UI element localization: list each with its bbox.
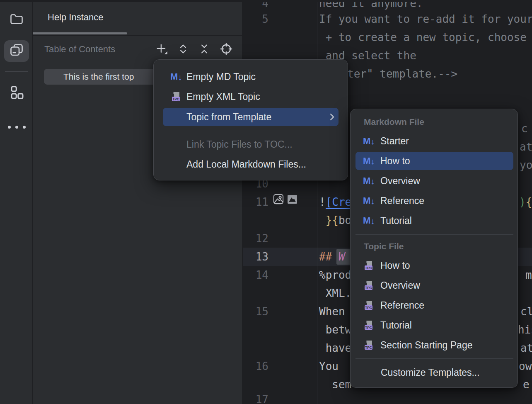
menu-item-empty-md-topic[interactable]: M↓ Empty MD Topic: [154, 68, 348, 86]
topic-from-template-submenu: Markdown File M↓ Starter M↓ How to M↓ Ov…: [350, 109, 518, 388]
line-number: 15: [243, 302, 268, 321]
line-number-active: 13: [243, 248, 268, 266]
submenu-item-md-starter[interactable]: M↓ Starter: [351, 132, 517, 150]
collapse-all-icon: [198, 43, 210, 56]
svg-text:TPC: TPC: [365, 306, 372, 310]
submenu-item-tpc-section-starting-page[interactable]: TPC Section Starting Page: [351, 336, 517, 354]
topic-file-icon: TPC: [363, 276, 375, 294]
code-fragment: ){: [519, 193, 532, 211]
expand-all-button[interactable]: [176, 42, 191, 57]
collapse-all-button[interactable]: [197, 42, 212, 57]
submenu-item-tpc-how-to[interactable]: TPC How to: [351, 256, 517, 275]
submenu-section-header: Topic File: [364, 237, 531, 256]
topic-file-icon: TPC: [363, 336, 375, 354]
svg-text:TPC: TPC: [365, 326, 372, 330]
tool-window-title: Help Instance: [48, 12, 104, 23]
window-top-edge: [0, 0, 532, 2]
add-icon: [155, 43, 168, 57]
submenu-section-header: Markdown File: [364, 113, 531, 131]
line-number: 5: [243, 10, 268, 28]
submenu-item-md-how-to[interactable]: M↓ How to: [351, 152, 517, 170]
submenu-item-tpc-reference[interactable]: TPC Reference: [351, 296, 517, 314]
code-line: ## W: [319, 248, 345, 266]
topic-file-icon: TPC: [363, 256, 375, 275]
structure-tool-button[interactable]: [4, 83, 29, 104]
line-number: 16: [243, 357, 268, 375]
menu-item-topic-from-template[interactable]: Topic from Template: [154, 108, 348, 126]
topics-tool-button[interactable]: [4, 40, 29, 62]
more-icon: [8, 126, 26, 129]
activity-bar-divider: [5, 71, 28, 72]
folder-tool-button[interactable]: [4, 9, 29, 31]
markdown-icon: M↓: [363, 192, 375, 210]
svg-text:TPC: TPC: [365, 286, 372, 290]
line-number: 17: [243, 390, 268, 404]
submenu-item-md-overview[interactable]: M↓ Overview: [351, 172, 517, 190]
submenu-selection: [355, 152, 513, 170]
line-number: 14: [243, 266, 268, 284]
image-preview-icon[interactable]: [287, 195, 297, 206]
submenu-item-md-tutorial[interactable]: M↓ Tutorial: [351, 212, 517, 230]
code-fragment: at: [520, 138, 532, 156]
submenu-item-md-reference[interactable]: M↓ Reference: [351, 192, 517, 210]
activity-bar: [0, 0, 33, 404]
line-number: 12: [243, 229, 268, 248]
folder-icon: [9, 12, 24, 28]
code-line: + to create a new topic, choose th: [319, 28, 532, 46]
code-line: ![Cre: [319, 193, 351, 211]
submenu-arrow-icon: [327, 112, 337, 124]
code-line: You: [319, 357, 339, 375]
locate-opened-file-button[interactable]: [219, 42, 234, 57]
submenu-item-tpc-overview[interactable]: TPC Overview: [351, 276, 517, 294]
code-line: betw: [319, 321, 351, 339]
menu-item-link-topic-files: Link Topic Files to TOC...: [154, 135, 348, 153]
tool-window-header: Help Instance: [33, 0, 242, 36]
code-line: If you want to re-add it for your: [319, 10, 532, 28]
line-number: 11: [243, 193, 268, 211]
code-fragment: yo: [520, 156, 532, 174]
topics-icon: [9, 43, 24, 59]
markdown-icon: M↓: [363, 172, 375, 190]
add-topic-menu: M↓ Empty MD Topic TPC Empty XML Topic To…: [153, 59, 348, 180]
markdown-icon: M↓: [363, 212, 375, 230]
code-fragment: at: [520, 339, 532, 357]
markdown-icon: M↓: [170, 68, 182, 86]
expand-all-icon: [177, 43, 189, 56]
menu-separator: [355, 234, 513, 235]
topic-file-icon: TPC: [363, 296, 375, 314]
code-fragment: ow: [519, 357, 532, 375]
image-outline-icon[interactable]: [273, 193, 284, 207]
submenu-item-customize-templates[interactable]: Customize Templates...: [351, 363, 517, 382]
topic-file-icon: TPC: [170, 88, 182, 106]
code-line: %prod: [319, 266, 351, 284]
menu-item-add-local-markdown[interactable]: Add Local Markdown Files...: [154, 155, 348, 173]
active-tab-underline: [33, 32, 127, 34]
more-tools-button[interactable]: [4, 116, 29, 138]
code-fragment: his: [518, 321, 532, 339]
code-fragment: cl: [520, 302, 532, 321]
code-line: ter" template.-->: [347, 65, 457, 83]
markdown-icon: M↓: [363, 132, 375, 150]
code-line: }{bo: [319, 211, 351, 229]
submenu-item-tpc-tutorial[interactable]: TPC Tutorial: [351, 316, 517, 334]
toc-section-header: Table of Contents: [44, 44, 115, 55]
structure-icon: [9, 85, 24, 102]
markdown-icon: M↓: [363, 152, 375, 170]
locate-icon: [220, 43, 232, 57]
menu-item-empty-xml-topic[interactable]: TPC Empty XML Topic: [154, 88, 348, 106]
tpc-badge-text: TPC: [172, 97, 179, 101]
code-fragment: e: [523, 375, 530, 394]
code-line: XML.: [319, 284, 351, 302]
topic-file-icon: TPC: [363, 316, 375, 334]
svg-text:TPC: TPC: [365, 266, 372, 270]
code-line: sem: [319, 375, 351, 394]
svg-text:TPC: TPC: [365, 346, 372, 350]
code-fragment: m: [525, 266, 532, 284]
menu-separator: [163, 133, 339, 133]
add-topic-button[interactable]: [154, 42, 169, 57]
menu-separator: [355, 358, 513, 359]
code-line: have: [319, 339, 351, 357]
code-line: When: [319, 302, 345, 321]
